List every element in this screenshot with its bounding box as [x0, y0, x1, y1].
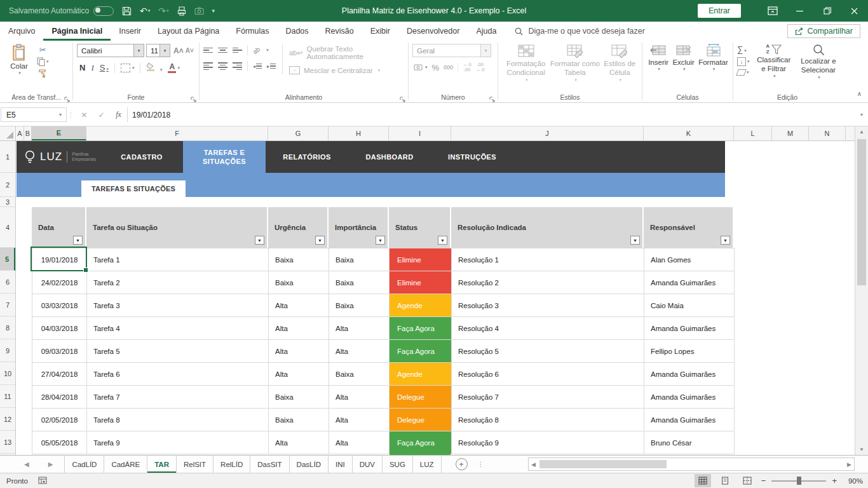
cell-resolution[interactable]: Resolução 4 [452, 317, 644, 340]
vertical-scrollbar[interactable]: ▲ ▼ [855, 126, 868, 455]
filter-dropdown-icon[interactable]: ▼ [438, 236, 447, 245]
format-as-table-dropdown[interactable]: ▾ [574, 78, 577, 83]
cell-status[interactable]: Elimine [390, 248, 452, 271]
find-select-button[interactable]: Localizar e Selecionar ▾ [798, 44, 839, 81]
sheet-tab-duv[interactable]: DUV [353, 456, 383, 473]
cell-owner[interactable]: Amanda Guimarães [644, 271, 735, 294]
orientation-dropdown[interactable]: ▾ [266, 48, 269, 53]
collapse-ribbon-icon[interactable]: ∧ [857, 90, 862, 97]
clear-button[interactable]: ▾ [737, 69, 750, 76]
banner-tab-instrucoes[interactable]: INSTRUÇÕES [431, 141, 513, 173]
sort-filter-dropdown[interactable]: ▾ [773, 74, 776, 79]
cell-urgency[interactable]: Alta [269, 363, 329, 386]
sheet-tab-relsit[interactable]: RelSIT [177, 456, 214, 473]
row-header-11[interactable]: 11 [0, 385, 15, 408]
cell-task[interactable]: Tarefa 1 [87, 248, 269, 271]
cell-owner[interactable]: Caio Maia [644, 294, 735, 317]
number-dialog-launcher[interactable] [489, 94, 496, 100]
borders-dropdown[interactable]: ▾ [132, 65, 135, 71]
zoom-level[interactable]: 90% [843, 477, 863, 485]
column-header-j[interactable]: J [451, 126, 644, 140]
sheet-nav-right-icon[interactable]: ▶ [48, 461, 53, 468]
ribbon-tab-desenvolvedor[interactable]: Desenvolvedor [398, 22, 468, 41]
cell-urgency[interactable]: Alta [269, 431, 329, 454]
camera-icon[interactable] [194, 7, 204, 15]
font-size-select[interactable]: 11▾ [146, 44, 170, 57]
save-icon[interactable] [122, 6, 132, 16]
italic-button[interactable]: I [91, 63, 93, 73]
cell-resolution[interactable]: Resolução 3 [452, 294, 644, 317]
vertical-scroll-thumb[interactable] [857, 139, 866, 285]
cell-task[interactable]: Tarefa 6 [87, 363, 269, 386]
align-bottom-icon[interactable] [233, 48, 242, 53]
cell-date[interactable]: 03/03/2018 [32, 294, 87, 317]
tell-me-search[interactable]: Diga-me o que você deseja fazer [515, 27, 644, 36]
orientation-button[interactable]: ab [252, 45, 262, 55]
row-header-8[interactable]: 8 [0, 316, 15, 339]
increase-font-icon[interactable]: A˄ [173, 46, 184, 55]
cell-owner[interactable]: Amanda Guimarães [644, 363, 735, 386]
cell-resolution[interactable]: Resolução 1 [452, 248, 644, 271]
clipboard-dialog-launcher[interactable] [64, 94, 71, 100]
cell-task[interactable]: Tarefa 5 [87, 340, 269, 363]
close-button[interactable] [841, 0, 868, 22]
cell-task[interactable]: Tarefa 8 [87, 409, 269, 431]
cell-resolution[interactable]: Resolução 7 [452, 386, 644, 409]
font-dialog-launcher[interactable] [191, 94, 197, 100]
banner-tab-dashboard[interactable]: DASHBOARD [348, 141, 431, 173]
scroll-down-icon[interactable]: ▼ [855, 444, 868, 455]
cell-urgency[interactable]: Alta [269, 340, 329, 363]
ribbon-tab-dados[interactable]: Dados [277, 22, 316, 41]
filter-dropdown-icon[interactable]: ▼ [721, 236, 730, 245]
cell-owner[interactable]: Fellipo Lopes [644, 340, 735, 363]
cell-resolution[interactable]: Resolução 5 [452, 340, 644, 363]
restore-button[interactable] [813, 0, 841, 22]
row-header-5[interactable]: 5 [0, 248, 15, 271]
align-middle-icon[interactable] [218, 48, 227, 53]
customize-qat-icon[interactable]: ▾ [212, 8, 215, 14]
cell-owner[interactable]: Amanda Guimarães [644, 386, 735, 409]
font-color-dropdown[interactable]: ▾ [177, 65, 180, 71]
format-cells-dropdown[interactable]: ▾ [713, 67, 715, 72]
filter-dropdown-icon[interactable]: ▼ [315, 236, 325, 245]
horizontal-scroll-thumb[interactable] [539, 460, 667, 468]
cell-date[interactable]: 27/04/2018 [32, 363, 87, 386]
cell-date[interactable]: 24/02/2018 [32, 271, 87, 294]
cancel-entry-icon[interactable]: ✕ [76, 107, 93, 122]
formula-input[interactable]: 19/01/2018 [127, 107, 855, 122]
format-painter-button[interactable] [37, 69, 49, 78]
sheet-tab-dassit[interactable]: DasSIT [250, 456, 289, 473]
row-header-12[interactable]: 12 [0, 408, 15, 431]
ribbon-tab-formulas[interactable]: Fórmulas [227, 22, 277, 41]
cell-importance[interactable]: Alta [329, 386, 390, 409]
merge-center-dropdown[interactable]: ▾ [378, 68, 381, 73]
sheet-tab-tar[interactable]: TAR [147, 456, 177, 473]
cell-importance[interactable]: Alta [329, 431, 390, 454]
banner-tab-cadastro[interactable]: CADASTRO [100, 141, 183, 173]
number-format-select[interactable]: Geral▾ [412, 44, 491, 57]
cell-importance[interactable]: Baixa [329, 271, 390, 294]
copy-dropdown[interactable]: ▾ [46, 59, 49, 64]
filter-dropdown-icon[interactable]: ▼ [255, 236, 264, 245]
sheet-nav-left-icon[interactable]: ◀ [24, 461, 29, 468]
row-header-10[interactable]: 10 [0, 362, 15, 385]
format-cells-button[interactable]: Formatar ▾ [698, 44, 728, 72]
table-header-resolucao-indicada[interactable]: Resolução Indicada▼ [451, 207, 642, 248]
scroll-up-icon[interactable]: ▲ [855, 126, 868, 137]
insert-function-icon[interactable]: fx [110, 107, 127, 122]
column-header-k[interactable]: K [644, 126, 734, 140]
table-header-tarefa-ou-situacao[interactable]: Tarefa ou Situação▼ [86, 207, 267, 248]
cell-task[interactable]: Tarefa 9 [87, 431, 269, 454]
cell-date[interactable]: 04/03/2018 [32, 317, 87, 340]
cell-owner[interactable]: Amanda Guimarães [644, 317, 735, 340]
decrease-indent-icon[interactable]: ◂ [253, 64, 262, 69]
print-preview-icon[interactable] [177, 6, 186, 16]
cell-urgency[interactable]: Alta [269, 294, 329, 317]
cell-status[interactable]: Agende [390, 294, 452, 317]
number-format-dropdown[interactable]: ▾ [480, 44, 491, 57]
share-button[interactable]: Compartilhar [787, 24, 860, 38]
decrease-decimal-icon[interactable]: .00→.0 [476, 62, 485, 73]
merge-center-button[interactable]: ⇔ Mesclar e Centralizar ▾ [289, 66, 405, 74]
cell-date[interactable]: 28/04/2018 [32, 386, 87, 409]
table-header-importancia[interactable]: Importância▼ [329, 207, 388, 248]
